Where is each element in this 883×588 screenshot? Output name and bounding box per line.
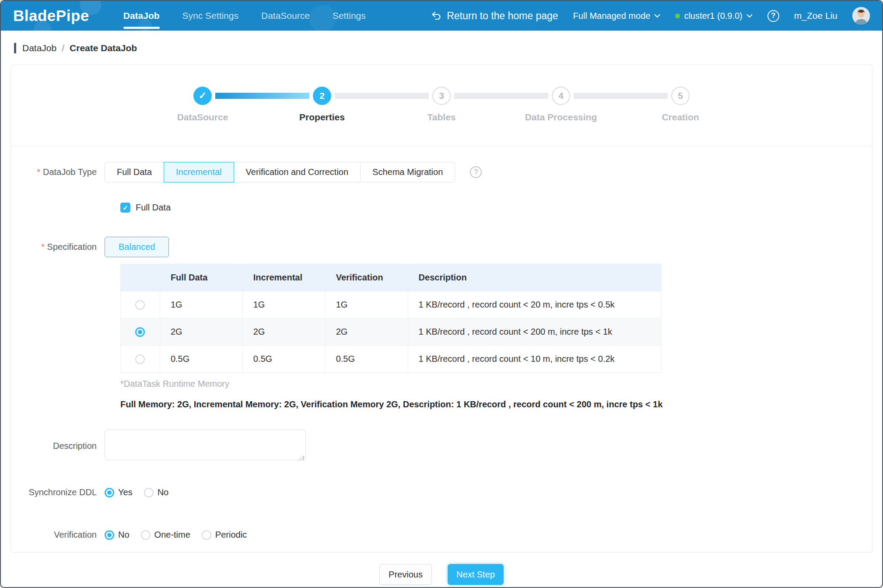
- properties-form: DataJob Type Full Data Incremental Verif…: [11, 146, 872, 540]
- full-data-checkbox[interactable]: [120, 203, 130, 213]
- synchronize-ddl-group: Yes No: [105, 487, 168, 497]
- nav-item-settings[interactable]: Settings: [321, 1, 377, 31]
- verification-option-one-time[interactable]: One-time: [141, 530, 190, 540]
- nav-item-label: DataSource: [261, 10, 310, 21]
- spec-cell: 1G: [242, 291, 325, 318]
- breadcrumb-separator: /: [62, 43, 64, 53]
- nav-item-label: Settings: [333, 10, 366, 21]
- spec-header-radio: [121, 264, 160, 291]
- spec-cell: 1G: [325, 291, 408, 318]
- spec-table-header-row: Full Data Incremental Verification Descr…: [121, 264, 662, 291]
- step-label: DataSource: [177, 112, 228, 122]
- verification-group: No One-time Periodic: [105, 530, 247, 540]
- nav-menu: DataJob Sync Settings DataSource Setting…: [112, 1, 377, 31]
- description-label: Description: [11, 441, 105, 451]
- spec-cell: 2G: [325, 318, 408, 346]
- nav-item-sync-settings[interactable]: Sync Settings: [171, 1, 250, 31]
- spec-cell: 1G: [160, 291, 242, 318]
- step-tables: 3 Tables: [382, 87, 501, 122]
- ddl-radio-no[interactable]: [144, 488, 154, 497]
- verification-radio-no[interactable]: [105, 530, 114, 540]
- spec-row-1g[interactable]: 1G 1G 1G 1 KB/record , record count < 20…: [121, 291, 662, 318]
- verification-radio-one-time[interactable]: [141, 530, 151, 540]
- verification-option-no[interactable]: No: [105, 530, 130, 540]
- ddl-radio-yes[interactable]: [105, 488, 114, 497]
- datajob-type-schema-migration[interactable]: Schema Migration: [360, 162, 455, 182]
- step-properties: 2 Properties: [263, 87, 382, 122]
- step-label: Creation: [662, 112, 699, 122]
- datajob-type-full-data[interactable]: Full Data: [105, 162, 164, 182]
- datajob-type-help-icon[interactable]: [470, 166, 482, 178]
- page-title: Create DataJob: [70, 43, 137, 53]
- radio-label: No: [118, 530, 130, 540]
- step-number: 5: [671, 87, 690, 105]
- datajob-type-incremental[interactable]: Incremental: [164, 162, 234, 182]
- nav-item-datasource[interactable]: DataSource: [250, 1, 321, 31]
- spec-radio-2g[interactable]: [135, 327, 145, 337]
- step-number: 3: [432, 87, 451, 105]
- specification-table: Full Data Incremental Verification Descr…: [120, 264, 662, 373]
- ddl-option-yes[interactable]: Yes: [105, 487, 133, 497]
- spec-radio-1g[interactable]: [135, 300, 145, 310]
- radio-label: No: [158, 487, 169, 497]
- spec-header-description: Description: [408, 264, 661, 291]
- step-label: Properties: [299, 112, 345, 122]
- specification-balanced-button[interactable]: Balanced: [105, 237, 169, 257]
- chevron-down-icon: [654, 14, 660, 18]
- spec-cell: 0.5G: [242, 346, 325, 373]
- datajob-type-label: DataJob Type: [11, 167, 105, 177]
- cluster-status-dot: [675, 14, 680, 18]
- mode-selector[interactable]: Full Managed mode: [573, 11, 661, 21]
- next-step-button[interactable]: Next Step: [448, 564, 504, 585]
- spec-header-verification: Verification: [325, 264, 408, 291]
- step-label: Tables: [427, 112, 456, 122]
- spec-cell-description: 1 KB/record , record count < 10 m, incre…: [408, 346, 661, 373]
- full-data-checkbox-label: Full Data: [136, 203, 171, 213]
- description-row: Description: [11, 430, 872, 462]
- radio-label: Periodic: [215, 530, 247, 540]
- return-icon: [431, 10, 442, 21]
- mode-label: Full Managed mode: [573, 11, 651, 21]
- verification-radio-periodic[interactable]: [202, 530, 211, 540]
- nav-item-label: Sync Settings: [182, 10, 238, 21]
- radio-label: One-time: [154, 530, 190, 540]
- description-textarea[interactable]: [105, 430, 306, 460]
- spec-header-full-data: Full Data: [160, 264, 242, 291]
- avatar[interactable]: [852, 7, 870, 24]
- help-icon[interactable]: [767, 10, 779, 22]
- step-creation: 5 Creation: [621, 87, 740, 122]
- spec-cell: 2G: [160, 318, 242, 346]
- verification-row: Verification No One-time Periodic: [11, 530, 872, 540]
- spec-radio-05g[interactable]: [135, 354, 145, 364]
- runtime-memory-summary: Full Memory: 2G, Incremental Memory: 2G,…: [120, 399, 733, 410]
- previous-button[interactable]: Previous: [379, 564, 432, 585]
- specification-label: Specification: [11, 242, 105, 252]
- spec-cell-description: 1 KB/record , record count < 200 m, incr…: [408, 318, 661, 346]
- spec-header-incremental: Incremental: [242, 264, 325, 291]
- verification-option-periodic[interactable]: Periodic: [202, 530, 247, 540]
- datajob-type-verification-correction[interactable]: Verification and Correction: [234, 162, 361, 182]
- step-datasource: DataSource: [143, 87, 263, 122]
- ddl-option-no[interactable]: No: [144, 487, 169, 497]
- wizard-stepper: DataSource 2 Properties 3 Tables 4 Data …: [11, 65, 872, 146]
- nav-right-group: Return to the home page Full Managed mod…: [431, 7, 870, 24]
- return-home-label: Return to the home page: [447, 10, 558, 22]
- spec-row-2g[interactable]: 2G 2G 2G 1 KB/record , record count < 20…: [121, 318, 662, 346]
- runtime-memory-note: *DataTask Runtime Memory: [120, 379, 872, 389]
- spec-cell-description: 1 KB/record , record count < 20 m, incre…: [408, 291, 661, 318]
- return-home-link[interactable]: Return to the home page: [431, 10, 558, 22]
- datajob-type-row: DataJob Type Full Data Incremental Verif…: [11, 162, 872, 182]
- breadcrumb-accent-bar: [14, 43, 16, 53]
- spec-row-05g[interactable]: 0.5G 0.5G 0.5G 1 KB/record , record coun…: [121, 346, 662, 373]
- nav-item-datajob[interactable]: DataJob: [112, 1, 171, 31]
- step-label: Data Processing: [525, 112, 597, 122]
- user-name[interactable]: m_Zoe Liu: [794, 10, 837, 21]
- spec-cell: 2G: [242, 318, 325, 346]
- spec-cell: 0.5G: [325, 346, 408, 373]
- breadcrumb-section[interactable]: DataJob: [22, 43, 56, 53]
- wizard-footer: Previous Next Step: [1, 564, 882, 585]
- radio-label: Yes: [118, 487, 133, 497]
- top-nav: BladePipe DataJob Sync Settings DataSour…: [1, 1, 882, 31]
- cluster-selector[interactable]: cluster1 (0.9.0): [675, 11, 752, 21]
- step-data-processing: 4 Data Processing: [501, 87, 621, 122]
